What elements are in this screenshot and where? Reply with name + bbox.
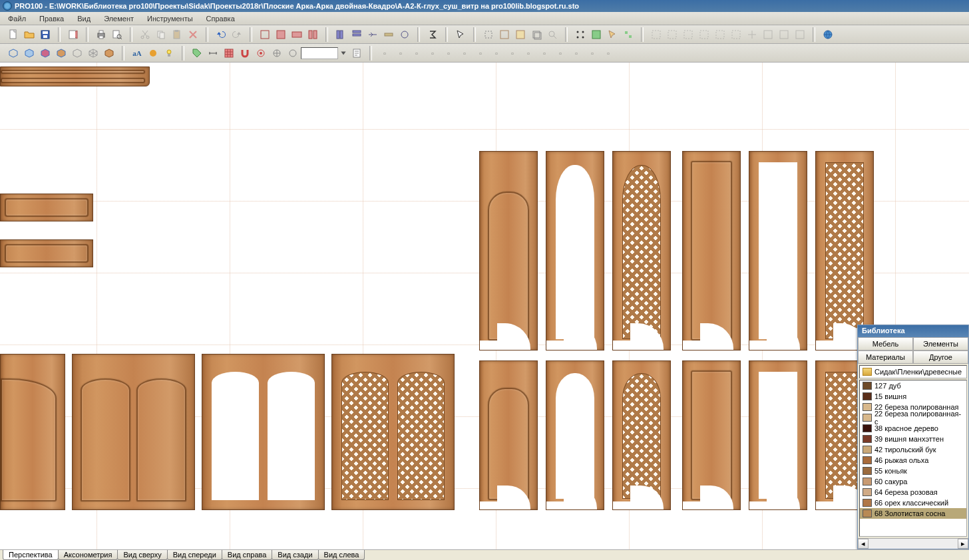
zoom-button[interactable] [545, 27, 560, 42]
sum-button[interactable] [425, 27, 440, 42]
page-setup-button[interactable] [66, 27, 81, 42]
view-tab-top[interactable]: Вид сверху [117, 550, 167, 560]
view3d-3-button[interactable] [38, 46, 53, 61]
tool-f-button[interactable] [349, 27, 364, 42]
target-b-button[interactable] [270, 46, 284, 61]
library-tab-elements[interactable]: Элементы [913, 337, 968, 350]
open-file-button[interactable] [22, 27, 37, 42]
tall-panel-1[interactable] [479, 151, 538, 350]
tall-panel-5[interactable] [749, 151, 807, 350]
target-a-button[interactable] [254, 46, 268, 61]
viewport-3d[interactable] [0, 63, 969, 549]
tool-d-button[interactable] [305, 27, 320, 42]
menu-edit[interactable]: Правка [34, 13, 69, 24]
menu-help[interactable]: Справка [201, 13, 240, 24]
menu-element[interactable]: Элемент [98, 13, 139, 24]
text-button[interactable]: aA [130, 46, 144, 61]
library-path[interactable]: Сидак\Пленки\древесные [859, 365, 967, 378]
tool-e-button[interactable] [333, 27, 348, 42]
view3d-2-button[interactable] [22, 46, 37, 61]
library-item[interactable]: 60 сакура [860, 476, 966, 487]
wide-panel-2[interactable] [202, 354, 325, 510]
tall-panel-b2[interactable] [546, 360, 604, 510]
tall-panel-b3[interactable] [612, 360, 671, 510]
snap-c-button[interactable] [605, 27, 620, 42]
library-list[interactable]: 127 дуб15 вишня22 береза полированная22 … [859, 380, 967, 537]
cursor-tool-button[interactable] [453, 27, 468, 42]
tall-panel-6[interactable] [815, 151, 874, 350]
view-tab-axonometry[interactable]: Аксонометрия [58, 550, 118, 560]
molding-top[interactable] [0, 67, 150, 86]
library-title[interactable]: Библиотека [858, 325, 968, 337]
tall-panel-4[interactable] [682, 151, 741, 350]
view3d-7-button[interactable] [102, 46, 116, 61]
library-item[interactable]: 66 орех классический [860, 497, 966, 508]
wide-panel-1[interactable] [72, 354, 195, 510]
tall-panel-b1[interactable] [479, 360, 538, 510]
tool-c-button[interactable] [290, 27, 304, 42]
view-tab-perspective[interactable]: Перспектива [3, 550, 59, 560]
view-tab-front[interactable]: Вид спереди [167, 550, 222, 560]
magnet-button[interactable] [238, 46, 252, 61]
library-item[interactable]: 127 дуб [860, 380, 966, 391]
copy-button[interactable] [154, 27, 168, 42]
library-item[interactable]: 64 береза розовая [860, 487, 966, 497]
scroll-left-icon[interactable]: ◂ [858, 539, 869, 549]
library-panel[interactable]: Библиотека Мебель Элементы Материалы Дру… [857, 325, 969, 549]
delete-button[interactable] [186, 27, 200, 42]
tall-panel-b4[interactable] [682, 360, 741, 510]
value-input[interactable] [301, 47, 338, 59]
tool-g-button[interactable] [365, 27, 380, 42]
target-c-button[interactable] [286, 46, 300, 61]
library-item[interactable]: 68 Золотистая сосна [860, 508, 966, 519]
view-tab-right[interactable]: Вид справа [222, 550, 273, 560]
tall-panel-b5[interactable] [749, 360, 807, 510]
print-button[interactable] [94, 27, 108, 42]
tool-j-button[interactable] [497, 27, 512, 42]
view-tab-left[interactable]: Вид слева [318, 550, 365, 560]
select-tool-button[interactable] [481, 27, 496, 42]
grid-toggle-button[interactable] [222, 46, 236, 61]
cut-button[interactable] [138, 27, 152, 42]
tall-panel-3[interactable] [612, 151, 671, 350]
view3d-6-button[interactable] [86, 46, 100, 61]
print-preview-button[interactable] [110, 27, 124, 42]
menu-view[interactable]: Вид [72, 13, 96, 24]
library-item[interactable]: 15 вишня [860, 391, 966, 402]
view3d-1-button[interactable] [6, 46, 21, 61]
view3d-4-button[interactable] [54, 46, 69, 61]
drawer-front-1[interactable] [0, 194, 93, 221]
tag-button[interactable] [190, 46, 204, 61]
library-item[interactable]: 46 рыжая ольха [860, 455, 966, 466]
library-item[interactable]: 42 тирольский бук [860, 444, 966, 455]
snap-d-button[interactable] [621, 27, 636, 42]
tool-b-button[interactable] [274, 27, 288, 42]
snap-a-button[interactable] [573, 27, 588, 42]
wide-panel-0[interactable] [0, 354, 65, 510]
library-tab-materials[interactable]: Материалы [858, 350, 913, 364]
library-hscroll[interactable]: ◂ ▸ [858, 538, 968, 549]
undo-button[interactable] [214, 27, 228, 42]
library-tab-other[interactable]: Другое [913, 350, 968, 364]
library-item[interactable]: 55 коньяк [860, 466, 966, 476]
menu-tools[interactable]: Инструменты [142, 13, 198, 24]
view-tab-back[interactable]: Вид сзади [272, 550, 318, 560]
light-button[interactable] [162, 46, 176, 61]
tool-a-button[interactable] [258, 27, 272, 42]
new-file-button[interactable] [6, 27, 21, 42]
scroll-track[interactable] [869, 539, 958, 549]
tool-k-button[interactable] [513, 27, 528, 42]
paste-button[interactable] [170, 27, 184, 42]
menu-file[interactable]: Файл [3, 13, 31, 24]
report-button[interactable] [349, 46, 364, 61]
redo-button[interactable] [230, 27, 244, 42]
library-item[interactable]: 22 береза полированная-с [860, 412, 966, 423]
library-tab-furniture[interactable]: Мебель [858, 337, 913, 350]
scroll-right-icon[interactable]: ▸ [958, 539, 968, 549]
view3d-5-button[interactable] [70, 46, 85, 61]
library-item[interactable]: 39 вишня манхэттен [860, 434, 966, 444]
wide-panel-3[interactable] [331, 354, 455, 510]
tall-panel-2[interactable] [546, 151, 604, 350]
tool-i-button[interactable] [397, 27, 412, 42]
tool-h-button[interactable] [381, 27, 396, 42]
